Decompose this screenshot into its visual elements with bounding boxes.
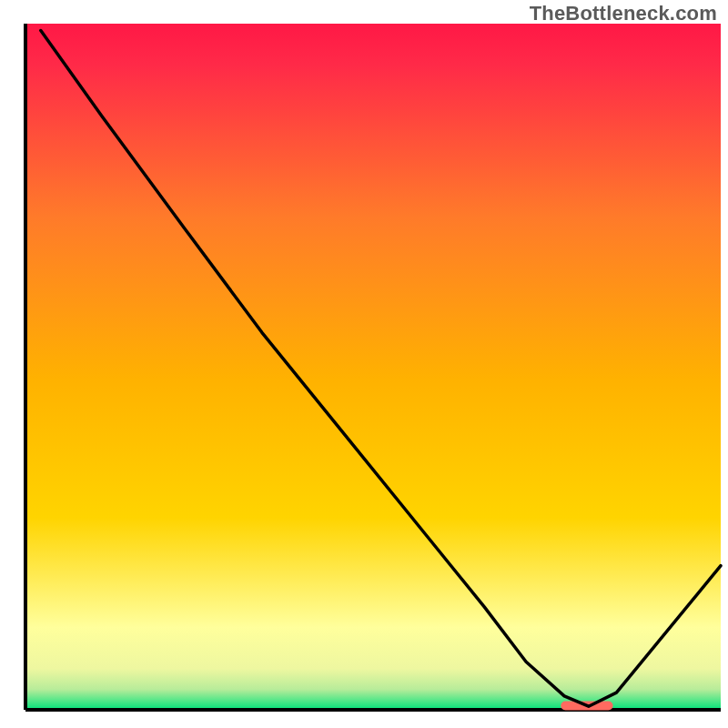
chart-svg — [0, 0, 728, 728]
bottleneck-chart: TheBottleneck.com — [0, 0, 728, 728]
plot-background — [25, 24, 721, 710]
